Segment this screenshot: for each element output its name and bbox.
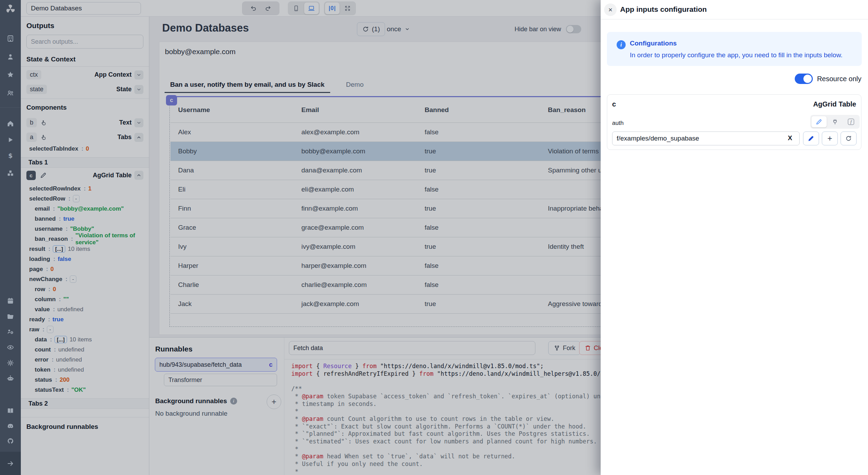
refresh-icon — [845, 135, 852, 142]
component-type: AgGrid Table — [813, 100, 856, 108]
auth-field-label: auth — [612, 120, 624, 127]
edit-resource-button[interactable] — [803, 132, 819, 145]
drawer-backdrop[interactable] — [0, 0, 601, 475]
function-icon: f — [848, 119, 854, 125]
component-id: c — [612, 100, 616, 108]
clear-input-icon[interactable]: X — [788, 134, 792, 142]
refresh-resource-button[interactable] — [841, 132, 857, 145]
resource-only-label: Resource only — [817, 75, 861, 83]
pencil-icon — [816, 118, 823, 125]
app-root: $ |0| Outputs State & Context ctx App Co… — [0, 0, 868, 475]
static-mode-button[interactable] — [811, 116, 827, 127]
drawer-title: App inputs configuration — [620, 5, 707, 14]
resource-only-toggle[interactable] — [795, 74, 813, 84]
info-body: In order to properly configure the app, … — [630, 51, 843, 59]
pencil-icon — [808, 135, 815, 142]
info-icon: i — [617, 40, 626, 49]
close-icon[interactable]: × — [604, 3, 617, 16]
resource-only-row: Resource only — [601, 73, 861, 85]
app-inputs-drawer: × App inputs configuration i Configurati… — [601, 0, 868, 475]
add-resource-button[interactable]: + — [822, 132, 838, 145]
info-title: Configurations — [630, 40, 677, 47]
plug-icon — [832, 118, 838, 125]
drawer-header: × App inputs configuration — [601, 0, 868, 19]
eval-mode-button[interactable]: f — [843, 116, 859, 127]
component-input-card: c AgGrid Table auth f X + — [607, 94, 861, 150]
resource-path-input[interactable] — [612, 132, 800, 145]
input-mode-toolbar: f — [810, 115, 860, 129]
configurations-info-box: i Configurations In order to properly co… — [607, 32, 862, 66]
connect-mode-button[interactable] — [827, 116, 843, 127]
